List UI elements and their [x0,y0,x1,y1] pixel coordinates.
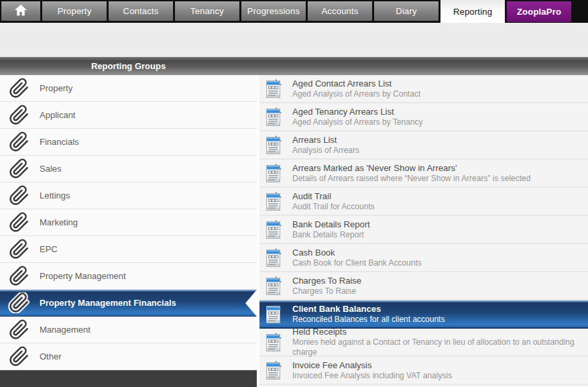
paperclip-icon [7,158,32,179]
tab-home[interactable] [1,1,40,21]
report-item[interactable]: Client Bank Balances Reconciled Balances… [259,300,588,329]
report-item[interactable]: Aged Contact Arrears List Aged Analysis … [259,75,588,103]
tab-zooplapro[interactable]: ZooplaPro [507,1,571,22]
report-description: Charges To Raise [292,286,361,296]
reporting-group-label: Applicant [40,110,75,120]
paperclip-icon [7,292,32,313]
reporting-groups-header: Reporting Groups [0,57,257,75]
report-title: Aged Tenancy Arrears List [292,107,423,117]
reporting-group-label: Sales [40,164,62,174]
report-item[interactable]: Arrears Marked as 'Never Show in Arrears… [259,160,588,188]
paperclip-icon [7,319,32,340]
report-description: Bank Details Report [292,230,370,240]
navbar: PropertyContactsTenancyProgressionsAccou… [0,0,588,23]
panel-header-bar: Reporting Groups [0,57,588,75]
report-title: Arrears Marked as 'Never Show in Arrears… [292,163,530,174]
report-item[interactable]: Bank Details Report Bank Details Report [259,216,588,244]
application-window: PropertyContactsTenancyProgressionsAccou… [0,0,588,387]
report-item[interactable]: Invoice Fee Analysis Invoiced Fee Analys… [259,357,588,385]
report-document-icon [265,360,283,380]
reporting-group-label: Lettings [40,190,70,201]
paperclip-icon [7,131,32,152]
reporting-group-label: EPC [40,244,58,254]
report-title: Bank Details Report [292,219,370,230]
tab-contacts[interactable]: Contacts [109,1,173,21]
report-item[interactable]: Cash Book Cash Book for Client Bank Acco… [259,244,588,272]
reporting-group-item[interactable]: Sales [0,156,257,182]
reporting-group-item[interactable]: Financials [0,129,257,156]
report-description: Details of Arrears raised where “Never S… [292,174,530,184]
tab-label: Accounts [321,6,358,16]
report-item[interactable]: Held Receipts Monies held against a Cont… [259,329,588,357]
report-document-icon [265,191,283,211]
reporting-group-item[interactable]: EPC [0,236,257,263]
report-description: Invoiced Fee Analysis including VAT anal… [292,371,452,381]
reporting-group-item[interactable]: Other [0,343,257,370]
report-item[interactable]: Arrears List Analysis of Arrears [259,131,588,160]
paperclip-icon [7,266,32,286]
tab-label: Tenancy [190,6,224,16]
report-title: Charges To Raise [292,276,361,286]
report-title: Invoice Fee Analysis [292,360,452,371]
report-document-icon [265,135,283,155]
report-document-icon [265,304,283,324]
paperclip-icon [7,346,32,367]
reporting-group-item[interactable]: Property Management [0,263,257,290]
reporting-group-label: Other [40,351,62,362]
reporting-group-label: Property Management [40,271,126,281]
reporting-group-item[interactable]: Property [0,75,257,102]
report-description: Aged Analysis of Arrears by Tenancy [292,117,423,127]
tab-accounts[interactable]: Accounts [308,1,372,21]
report-description: Cash Book for Client Bank Accounts [292,258,422,268]
reporting-group-label: Property [40,83,72,93]
reporting-group-item[interactable]: Property Management Financials [0,290,257,317]
tab-label: Contacts [123,6,159,16]
tab-label: ZooplaPro [517,7,561,17]
reporting-group-item[interactable]: Lettings [0,182,257,209]
paperclip-icon [7,105,32,125]
report-description: Audit Trail for Accounts [292,202,375,212]
report-title: Held Receipts [292,327,588,337]
report-description: Monies held against a Contact or Tenancy… [292,337,588,357]
report-title: Cash Book [292,247,422,258]
reporting-group-label: Property Management Financials [40,298,176,308]
home-icon [14,4,27,18]
report-description: Aged Analysis of Arrears by Contact [292,89,420,99]
reports-list-panel: Aged Contact Arrears List Aged Analysis … [259,75,588,387]
report-item[interactable]: Aged Tenancy Arrears List Aged Analysis … [259,103,588,131]
paperclip-icon [7,239,32,260]
reporting-group-label: Financials [40,137,79,147]
report-item[interactable]: Audit Trail Audit Trail for Accounts [259,188,588,216]
paperclip-icon [7,212,32,233]
tab-label: Property [58,6,92,16]
tab-reporting[interactable]: Reporting [440,0,505,23]
tab-property[interactable]: Property [42,1,107,21]
report-document-icon [265,247,283,268]
paperclip-icon [7,78,32,99]
report-document-icon [265,276,283,296]
report-title: Aged Contact Arrears List [292,78,420,89]
report-document-icon [265,332,283,352]
reporting-group-item[interactable]: Marketing [0,209,257,236]
report-document-icon [265,163,283,183]
tab-tenancy[interactable]: Tenancy [175,1,239,21]
tab-label: Diary [396,6,416,16]
reporting-group-item[interactable]: Applicant [0,102,257,129]
report-document-icon [265,107,283,127]
reporting-group-label: Management [40,325,91,335]
tab-progressions[interactable]: Progressions [241,1,306,21]
report-title: Arrears List [292,135,359,146]
reporting-group-item[interactable]: Management [0,317,257,343]
report-document-icon [265,78,283,99]
report-description: Analysis of Arrears [292,146,359,156]
report-title: Client Bank Balances [292,304,445,315]
tab-label: Progressions [247,6,300,16]
reporting-groups-panel: Property Applicant Financials Sales [0,75,257,387]
paperclip-icon [7,185,32,206]
report-description: Reconciled Balances for all client accou… [292,315,445,325]
tab-label: Reporting [453,7,492,17]
report-item[interactable]: Charges To Raise Charges To Raise [259,272,588,300]
report-document-icon [265,219,283,239]
selected-group-arrow-notch [245,290,257,317]
tab-diary[interactable]: Diary [374,1,438,21]
